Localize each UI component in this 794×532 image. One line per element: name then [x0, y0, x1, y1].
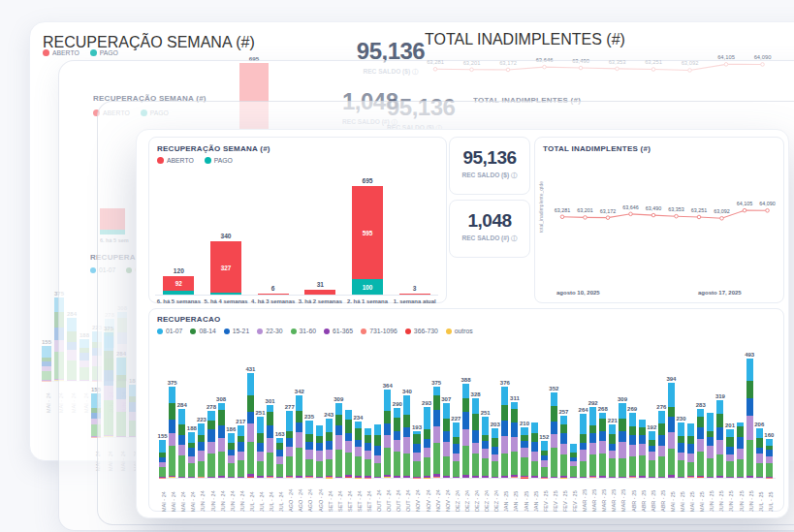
stacked-bar[interactable]: 192	[649, 424, 655, 478]
stacked-bar[interactable]: 301	[267, 398, 273, 478]
stacked-bar[interactable]	[639, 420, 646, 478]
stacked-bar[interactable]: 342	[296, 389, 302, 478]
bar-total-label: 301	[266, 398, 275, 404]
stacked-bar[interactable]	[345, 410, 352, 478]
stacked-bar[interactable]: 201	[726, 422, 733, 478]
legend-item-outros[interactable]: outros	[446, 328, 473, 334]
stacked-bar[interactable]	[570, 444, 577, 478]
stacked-bar[interactable]: 152	[541, 434, 548, 478]
stacked-bar[interactable]	[707, 413, 714, 478]
stacked-bar[interactable]	[374, 424, 381, 478]
stacked-bar[interactable]: 210	[521, 421, 527, 478]
stacked-bar[interactable]	[687, 423, 694, 478]
stacked-bar[interactable]: 276	[658, 404, 665, 478]
stacked-bar[interactable]: 307	[443, 396, 450, 478]
stacked-bar[interactable]: 230	[678, 416, 684, 478]
stacked-bar[interactable]: 328	[472, 391, 479, 478]
stacked-bar[interactable]: 160	[766, 432, 773, 478]
legend-pago[interactable]: PAGO	[205, 157, 233, 164]
info-icon[interactable]: ⓘ	[511, 235, 518, 241]
stacked-bar[interactable]: 364	[384, 383, 391, 478]
weekly-bar[interactable]: 340327	[203, 233, 250, 295]
stacked-x-tick: OUT - 24	[394, 479, 403, 514]
stacked-bar[interactable]: 309	[619, 396, 625, 478]
stacked-bar[interactable]: 376	[501, 380, 508, 478]
stacked-x-tick: JUN - 25	[726, 479, 736, 514]
legend-item-08-14[interactable]: 08-14	[190, 328, 215, 334]
stacked-bar[interactable]	[531, 422, 538, 478]
legend-item-366-730[interactable]: 366-730	[405, 328, 438, 334]
stacked-bar[interactable]: 284	[178, 402, 185, 478]
legend-item-31-60[interactable]: 31-60	[291, 328, 316, 334]
stacked-bar[interactable]: 375	[169, 380, 175, 478]
stacked-bar[interactable]: 293	[424, 400, 430, 478]
info-icon[interactable]: ⓘ	[511, 172, 518, 178]
stacked-bar[interactable]: 493	[746, 352, 753, 478]
legend-dot	[291, 329, 297, 334]
stacked-bar[interactable]	[737, 422, 744, 478]
weekly-bar[interactable]: 31	[297, 281, 344, 295]
legend-item-61-365[interactable]: 61-365	[324, 328, 353, 334]
bar-total-label: 695	[363, 177, 373, 184]
stacked-bar[interactable]: 292	[589, 400, 596, 478]
stacked-bar[interactable]: 203	[492, 422, 498, 478]
stacked-bar[interactable]: 268	[599, 406, 606, 478]
stacked-bar[interactable]: 352	[551, 386, 557, 478]
stacked-bar[interactable]: 311	[511, 395, 518, 478]
recuperacao-stacked-chart[interactable]: 1553752841882232783081862174312513011632…	[159, 342, 776, 514]
stacked-bar[interactable]: 269	[629, 406, 636, 478]
stacked-bar[interactable]: 308	[218, 396, 225, 478]
stacked-bar[interactable]: 206	[756, 422, 763, 478]
weekly-bar-chart[interactable]: 1209234032763169559510036. há 5 semanas5…	[155, 172, 438, 304]
inadimplentes-line-chart[interactable]: 63,28163,20163,17263,64663,49063,35363,2…	[549, 159, 779, 281]
stacked-bar[interactable]: 340	[403, 389, 410, 478]
stacked-x-tick: NOV - 24	[443, 479, 453, 514]
weekly-bar[interactable]: 6	[249, 285, 297, 296]
stacked-x-tick: SET - 24	[335, 479, 345, 514]
legend-item-01-07[interactable]: 01-07	[157, 328, 182, 334]
stacked-bar[interactable]: 277	[286, 404, 293, 478]
aberto-dot	[157, 157, 164, 164]
stacked-bar[interactable]: 251	[482, 410, 489, 478]
stacked-bar[interactable]: 257	[560, 409, 567, 478]
pago-value-label: 100	[352, 283, 383, 290]
stacked-x-tick: MAI - 24	[159, 479, 169, 514]
stacked-bar[interactable]: 227	[453, 416, 460, 478]
bar-total-label: 227	[451, 416, 461, 422]
legend-aberto[interactable]: ABERTO	[157, 157, 194, 164]
stacked-bar[interactable]: 193	[413, 424, 420, 478]
stacked-bar[interactable]: 388	[462, 377, 469, 478]
stacked-bar[interactable]: 188	[188, 425, 195, 478]
stacked-bar[interactable]: 290	[394, 401, 400, 478]
legend-label: 61-365	[333, 328, 353, 334]
legend-item-15-21[interactable]: 15-21	[224, 328, 249, 334]
stacked-bar[interactable]: 309	[335, 396, 342, 478]
stacked-bar[interactable]: 223	[198, 417, 205, 478]
stacked-bar[interactable]	[365, 428, 371, 478]
stacked-bar[interactable]: 234	[355, 415, 362, 478]
weekly-bar[interactable]: 12092	[155, 267, 203, 295]
stacked-bar[interactable]: 319	[716, 393, 723, 478]
legend-item-731-1096[interactable]: 731-1096	[361, 328, 397, 334]
stacked-bar[interactable]: 251	[257, 410, 264, 478]
stacked-bar[interactable]: 221	[609, 418, 616, 478]
bar-total-label: 251	[255, 410, 265, 416]
weekly-bar[interactable]: 3	[391, 285, 438, 296]
stacked-x-tick: NOV - 24	[433, 479, 443, 514]
stacked-bar[interactable]: 278	[207, 404, 214, 478]
stacked-bar[interactable]	[316, 425, 323, 478]
weekly-bar[interactable]: 695595100	[344, 177, 392, 295]
stacked-bar[interactable]: 375	[433, 380, 440, 478]
stacked-bar[interactable]: 264	[580, 407, 587, 478]
stacked-bar[interactable]: 217	[238, 419, 244, 478]
stacked-x-tick: JUN - 24	[218, 479, 228, 514]
stacked-bar[interactable]: 243	[326, 412, 333, 478]
legend-item-22-30[interactable]: 22-30	[257, 328, 282, 334]
stacked-bar[interactable]: 283	[697, 402, 704, 478]
stacked-bar[interactable]: 431	[247, 366, 254, 478]
stacked-bar[interactable]: 394	[668, 376, 675, 478]
stacked-bar[interactable]: 155	[159, 433, 166, 478]
stacked-bar[interactable]: 163	[276, 431, 283, 478]
stacked-bar[interactable]: 186	[228, 426, 235, 478]
stacked-bar[interactable]: 235	[305, 414, 312, 478]
